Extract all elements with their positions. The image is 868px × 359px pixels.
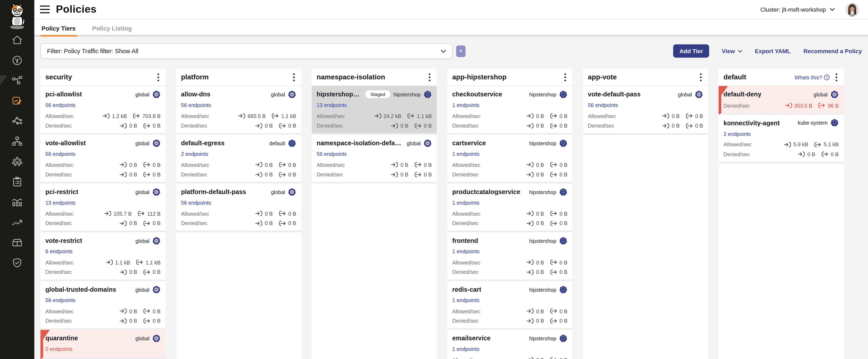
policy-card[interactable]: default-egress default ns 2 endpoints Al…	[176, 135, 301, 184]
policy-card[interactable]: vote-default-pass global 56 endpoints Al…	[583, 86, 708, 135]
policy-card[interactable]: hipstershop-gh… Staged hipstershop ns 13…	[312, 86, 437, 135]
sidebar-item-policies[interactable]	[11, 94, 23, 107]
policy-scope: global	[268, 91, 285, 97]
sidebar-item-home[interactable]	[11, 34, 23, 46]
egress-icon	[136, 259, 144, 265]
app-window: Policies Cluster: jlt-msft-workshop	[0, 0, 868, 359]
policy-card[interactable]: checkoutservice hipstershop ns 1 endpoin…	[447, 86, 572, 135]
recommend-policy-button[interactable]: Recommend a Policy	[804, 48, 862, 54]
sidebar-item-activity[interactable]	[11, 196, 23, 208]
timeline-icon	[11, 216, 23, 228]
allowed-row: Allowed/sec 24.2 kB 1.1 kB	[317, 113, 432, 119]
endpoints-link[interactable]: 13 endpoints	[317, 102, 347, 108]
namespace-badge-icon: ns	[424, 90, 432, 99]
endpoints-link[interactable]: 56 endpoints	[45, 151, 75, 157]
sidebar-item-dashboard[interactable]	[11, 54, 23, 66]
endpoints-link[interactable]: 1 endpoints	[452, 346, 479, 352]
whats-this-link[interactable]: Whats this? ?	[795, 74, 830, 80]
policy-card[interactable]: quarantine global 0 endpoints	[40, 330, 165, 359]
egress-icon	[133, 113, 140, 119]
policy-card[interactable]: default-deny global Denied/sec	[719, 86, 844, 114]
hamburger-menu-icon[interactable]	[40, 6, 50, 13]
clear-filter-button[interactable]: ✕	[456, 45, 466, 57]
policy-name: platform-default-pass	[181, 188, 246, 195]
egress-icon	[550, 211, 557, 216]
sidebar-item-threat-defense[interactable]	[11, 256, 23, 269]
endpoints-link[interactable]: 1 endpoints	[452, 297, 479, 303]
endpoints-link[interactable]: 56 endpoints	[181, 102, 211, 108]
endpoints-link[interactable]: 56 endpoints	[45, 102, 75, 108]
policy-card[interactable]: allow-dns global 56 endpoints Allowed/se…	[176, 86, 301, 135]
endpoints-link[interactable]: 1 endpoints	[452, 200, 479, 206]
view-menu-button[interactable]: View	[722, 48, 742, 54]
endpoints-link[interactable]: 56 endpoints	[45, 297, 75, 303]
endpoints-link[interactable]: 6 endpoints	[45, 248, 72, 254]
sidebar-item-tiers[interactable]	[11, 135, 23, 147]
endpoints-link[interactable]: 1 endpoints	[452, 102, 479, 108]
endpoints-link[interactable]: 13 endpoints	[45, 200, 75, 206]
ingress-value: 24.2 kB	[383, 113, 401, 119]
egress-value: 0 B	[831, 151, 839, 157]
sidebar-item-compliance[interactable]	[11, 175, 23, 188]
ingress-icon	[527, 113, 534, 119]
policy-card[interactable]: global-trusted-domains global 56 endpoin…	[40, 281, 165, 330]
tier-menu-button[interactable]	[563, 73, 567, 81]
tier-column-security: security ? pci-allowlist global	[40, 69, 165, 359]
endpoints-link[interactable]: 1 endpoints	[452, 248, 479, 254]
policy-card[interactable]: cartservice hipstershop ns 1 endpoints A…	[447, 135, 572, 184]
ingress-icon	[527, 220, 534, 226]
allowed-row: Allowed/sec 0 B 0 B	[452, 162, 567, 168]
denied-row: Denied/sec 0 B 0 B	[452, 317, 567, 324]
endpoints-link[interactable]: 2 endpoints	[181, 151, 208, 157]
sidebar-item-service-graph[interactable]	[11, 74, 23, 87]
cluster-selector[interactable]: Cluster: jlt-msft-workshop	[757, 6, 838, 13]
tier-menu-button[interactable]	[699, 73, 703, 81]
sidebar-item-timeline[interactable]	[11, 216, 23, 228]
sidebar-item-manage[interactable]	[11, 236, 23, 248]
add-tier-button[interactable]: Add Tier	[673, 44, 709, 58]
staged-badge: Staged	[365, 90, 390, 98]
endpoints-link[interactable]: 56 endpoints	[317, 151, 347, 157]
policy-scope: hipstershop	[526, 140, 556, 146]
allowed-row: Allowed/sec 0 B 0 B	[45, 308, 161, 314]
policy-card[interactable]: platform-default-pass global 56 endpoint…	[176, 184, 301, 232]
svg-text:ns: ns	[563, 242, 564, 243]
endpoints-link[interactable]: 0 endpoints	[45, 346, 72, 352]
policy-card[interactable]: vote-restrict global 6 endpoints Allowed…	[40, 232, 165, 281]
egress-icon	[279, 220, 286, 226]
globe-badge-icon	[288, 188, 296, 196]
kebab-menu-icon	[293, 73, 295, 81]
endpoints-link[interactable]: 2 endpoints	[723, 131, 751, 137]
sidebar-item-flow-visualizations[interactable]	[11, 115, 23, 127]
ingress-value: 0 B	[536, 269, 544, 275]
policy-card[interactable]: vote-allowlist global 56 endpoints Allow…	[40, 135, 165, 184]
egress-icon	[143, 172, 150, 177]
endpoints-link[interactable]: 56 endpoints	[588, 102, 618, 108]
sidebar-item-endpoints[interactable]	[11, 155, 23, 167]
tier-menu-button[interactable]	[427, 73, 432, 81]
endpoints-link[interactable]: 1 endpoints	[452, 151, 479, 157]
policy-card[interactable]: emailservice hipstershop ns 1 endpoints …	[447, 330, 572, 359]
tier-menu-button[interactable]	[156, 73, 160, 81]
egress-value: 0 B	[559, 220, 567, 226]
policy-card[interactable]: pci-allowlist global 56 endpoints Allowe…	[40, 86, 165, 135]
calico-logo[interactable]	[4, 2, 30, 30]
tier-menu-button[interactable]	[834, 73, 839, 81]
policy-card[interactable]: konnectivity-agent kube-system ns 2 endp…	[719, 114, 844, 163]
ingress-value: 0 B	[129, 122, 137, 129]
policy-card[interactable]: namespace-isolation-default-p… global 56…	[312, 135, 437, 184]
globe-badge-icon	[152, 237, 161, 245]
policy-card[interactable]: frontend hipstershop ns 1 endpoints Allo…	[447, 232, 572, 281]
endpoints-link[interactable]: 56 endpoints	[181, 200, 211, 206]
tab-policy-listing[interactable]: Policy Listing	[91, 21, 133, 36]
policy-card[interactable]: redis-cart hipstershop ns 1 endpoints Al…	[447, 281, 572, 330]
policy-card[interactable]: productcatalogservice hipstershop ns 1 e…	[447, 184, 572, 232]
egress-value: 5.1 kB	[824, 141, 839, 147]
tier-menu-button[interactable]	[292, 73, 296, 81]
avatar[interactable]	[845, 2, 859, 17]
policy-card[interactable]: pci-restrict global 13 endpoints Allowed…	[40, 184, 165, 232]
policy-traffic-filter-dropdown[interactable]: Filter: Policy Traffic filter: Show All	[40, 43, 453, 59]
denied-label: Denied/sec	[723, 151, 750, 157]
tab-policy-tiers[interactable]: Policy Tiers	[40, 21, 77, 36]
export-yaml-button[interactable]: Export YAML	[755, 48, 791, 54]
